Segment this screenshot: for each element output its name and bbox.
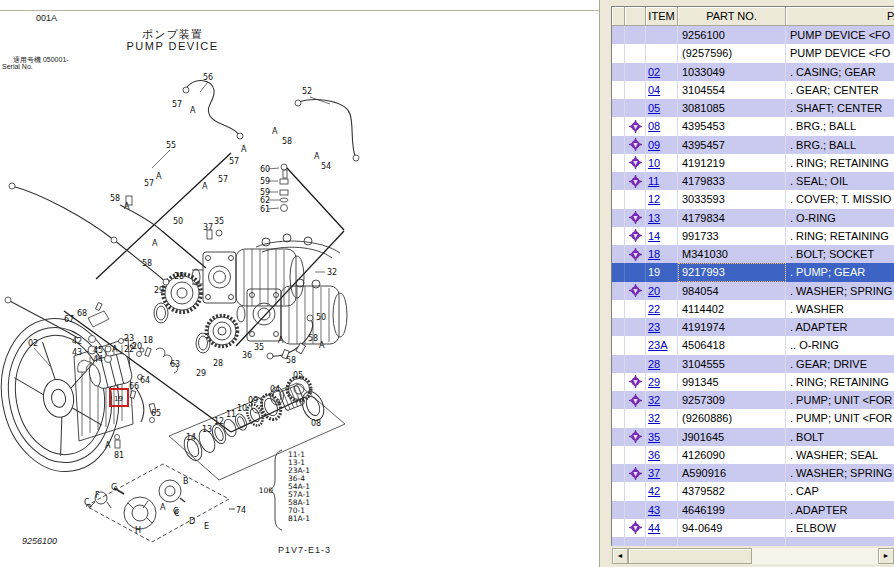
table-row[interactable]: (9257596)PUMP DEVICE <FO xyxy=(612,44,894,62)
change-mark-cell xyxy=(625,209,646,227)
table-row[interactable]: 053081085. SHAFT; CENTER xyxy=(612,99,894,117)
table-row[interactable]: 20984054. WASHER; SPRING xyxy=(612,282,894,300)
change-mark-cell xyxy=(625,26,646,44)
item-link[interactable]: 05 xyxy=(648,102,660,114)
table-row[interactable]: 224114402. WASHER xyxy=(612,300,894,318)
item-link[interactable]: 42 xyxy=(648,485,660,497)
row-margin-cell xyxy=(612,519,625,537)
change-mark-icon xyxy=(629,248,642,261)
table-row[interactable]: 18M341030. BOLT; SOCKET xyxy=(612,245,894,263)
parts-list-panel: ITEM PART NO. PART NAME 9256100PUMP DEVI… xyxy=(600,0,894,567)
diagram-label: 58 xyxy=(110,194,120,203)
scrollbar-thumb[interactable] xyxy=(628,548,752,564)
item-link[interactable]: 36 xyxy=(648,449,660,461)
item-link[interactable]: 23 xyxy=(648,321,660,333)
item-link[interactable]: 12 xyxy=(648,193,660,205)
diagram-label: 67 xyxy=(64,315,74,324)
item-link[interactable]: 20 xyxy=(648,285,660,297)
item-link[interactable]: 32 xyxy=(648,412,660,424)
change-mark-cell xyxy=(625,482,646,500)
table-row[interactable]: 134179834. O-RING xyxy=(612,209,894,227)
item-cell: 32 xyxy=(646,391,678,409)
part-name-cell: . ADAPTER xyxy=(786,318,894,336)
item-link[interactable]: 43 xyxy=(648,504,660,516)
table-row[interactable]: 35J901645. BOLT xyxy=(612,428,894,446)
part-no-cell: 3104554 xyxy=(678,81,786,99)
item-link[interactable]: 22 xyxy=(648,303,660,315)
table-row[interactable]: 104191219. RING; RETAINING xyxy=(612,154,894,172)
part-no-cell: 9256100 xyxy=(678,26,786,44)
table-row[interactable]: 234191974. ADAPTER xyxy=(612,318,894,336)
diagram-label: 45 xyxy=(93,346,103,355)
row-margin-cell xyxy=(612,482,625,500)
diagram-label: 36 xyxy=(242,351,252,360)
item-cell xyxy=(646,26,678,44)
part-no-cell: 9257309 xyxy=(678,391,786,409)
table-row[interactable]: 14991733. RING; RETAINING xyxy=(612,227,894,245)
row-margin-cell xyxy=(612,44,625,62)
table-row[interactable]: 23A4506418.. O-RING xyxy=(612,336,894,354)
item-cell: 09 xyxy=(646,136,678,154)
table-row[interactable]: 9256100PUMP DEVICE <FO xyxy=(612,26,894,44)
diagram-label: 35 xyxy=(254,343,264,352)
diagram-label: 57 xyxy=(144,179,154,188)
item-link[interactable]: 29 xyxy=(648,376,660,388)
diagram-label: 59 xyxy=(260,177,270,186)
table-row[interactable]: 329257309. PUMP; UNIT <FOR xyxy=(612,391,894,409)
table-row[interactable]: 114179833. SEAL; OIL xyxy=(612,172,894,190)
table-row[interactable]: 084395453. BRG.; BALL xyxy=(612,117,894,135)
item-cell: 32 xyxy=(646,409,678,427)
table-row[interactable]: 37A590916. WASHER; SPRING xyxy=(612,464,894,482)
item-link[interactable]: 10 xyxy=(648,157,660,169)
table-row[interactable]: 199217993. PUMP; GEAR xyxy=(612,263,894,281)
item-link[interactable]: 28 xyxy=(648,358,660,370)
item-link[interactable]: 08 xyxy=(648,120,660,132)
diagram-label: 05 xyxy=(293,371,303,380)
item-cell: 29 xyxy=(646,373,678,391)
table-row[interactable]: 283104555. GEAR; DRIVE xyxy=(612,355,894,373)
item-cell: 44 xyxy=(646,519,678,537)
item-link[interactable]: 14 xyxy=(648,230,660,242)
diagram-label: 58 xyxy=(286,356,296,365)
item-link[interactable]: 11 xyxy=(648,175,659,187)
part-no-cell: 4191974 xyxy=(678,318,786,336)
diagram-label: A xyxy=(202,182,208,191)
diagram-label: F xyxy=(95,491,100,500)
change-mark-cell xyxy=(625,446,646,464)
column-header-part-no: PART NO. xyxy=(678,7,786,26)
item-link[interactable]: 09 xyxy=(648,139,660,151)
horizontal-scrollbar[interactable]: ◄ ► xyxy=(612,548,894,564)
item-link[interactable]: 04 xyxy=(648,84,660,96)
table-row[interactable]: 094395457. BRG.; BALL xyxy=(612,136,894,154)
item-link[interactable]: 32 xyxy=(648,394,660,406)
table-row[interactable]: 29991345. RING; RETAINING xyxy=(612,373,894,391)
item-link[interactable]: 23A xyxy=(648,339,668,351)
table-row[interactable]: 434646199. ADAPTER xyxy=(612,501,894,519)
table-row[interactable]: 424379582. CAP xyxy=(612,482,894,500)
part-name-cell: . GEAR; DRIVE xyxy=(786,355,894,373)
item-cell: 37 xyxy=(646,464,678,482)
item-number: 19 xyxy=(648,266,660,278)
item-link[interactable]: 37 xyxy=(648,467,660,479)
item-link[interactable]: 13 xyxy=(648,212,660,224)
diagram-label: 02 xyxy=(28,339,38,348)
item-link[interactable]: 44 xyxy=(648,522,660,534)
diagram-label: 18 xyxy=(143,336,153,345)
parts-table: ITEM PART NO. PART NAME 9256100PUMP DEVI… xyxy=(611,6,894,546)
scroll-left-button[interactable]: ◄ xyxy=(612,548,628,564)
table-row[interactable]: 4494-0649. ELBOW xyxy=(612,519,894,537)
item-link[interactable]: 35 xyxy=(648,431,660,443)
part-no-cell: 4646199 xyxy=(678,501,786,519)
table-row[interactable]: 021033049. CASING; GEAR xyxy=(612,63,894,81)
scroll-right-button[interactable]: ► xyxy=(878,548,894,564)
part-no-cell: 3104555 xyxy=(678,355,786,373)
row-margin-cell xyxy=(612,464,625,482)
diagram-label: 13 xyxy=(202,425,212,434)
table-row[interactable]: 123033593. COVER; T. MISSIO xyxy=(612,190,894,208)
table-row[interactable]: 364126090. WASHER; SEAL xyxy=(612,446,894,464)
item-link[interactable]: 02 xyxy=(648,66,660,78)
part-no-cell: (9257596) xyxy=(678,44,786,62)
table-row[interactable]: 32(9260886). PUMP; UNIT <FOR xyxy=(612,409,894,427)
item-link[interactable]: 18 xyxy=(648,248,660,260)
table-row[interactable]: 043104554. GEAR; CENTER xyxy=(612,81,894,99)
